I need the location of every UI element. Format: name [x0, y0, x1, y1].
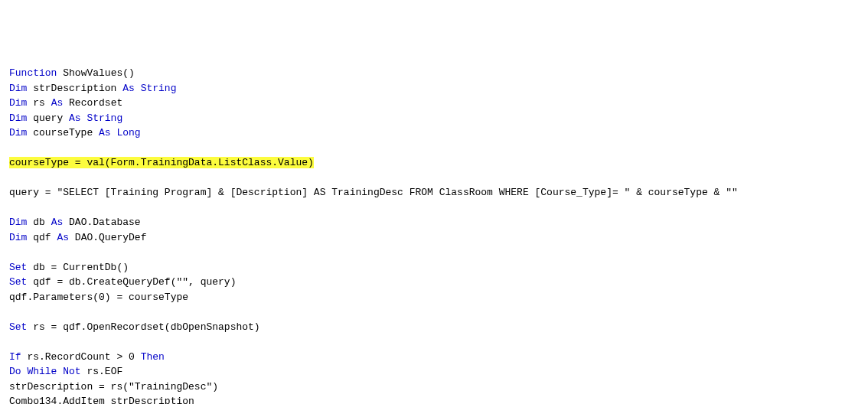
- keyword: As: [51, 97, 64, 109]
- keyword: As: [51, 217, 64, 228]
- code-text: Combo134.AddItem strDescription: [9, 396, 194, 404]
- blank-line: [9, 200, 859, 216]
- keyword: Dim: [9, 112, 27, 124]
- keyword: Dim: [9, 97, 27, 109]
- blank-line: [9, 171, 859, 186]
- code-line: Dim rs As Recordset: [9, 96, 859, 111]
- code-text: rs.RecordCount > 0: [21, 351, 141, 363]
- code-text: rs.EOF: [81, 366, 123, 377]
- code-text: db = CurrentDb(): [27, 262, 129, 273]
- code-line: Combo134.AddItem strDescription: [9, 394, 859, 404]
- code-line: qdf.Parameters(0) = courseType: [9, 290, 859, 305]
- keyword: Dim: [9, 83, 27, 94]
- code-line: Set rs = qdf.OpenRecordset(dbOpenSnapsho…: [9, 320, 859, 335]
- keyword: As: [57, 232, 69, 243]
- code-text: qdf: [27, 232, 57, 243]
- code-line: Do While Not rs.EOF: [9, 364, 859, 380]
- code-text: query: [27, 112, 69, 124]
- code-text: DAO.Database: [63, 217, 140, 228]
- code-text: rs = qdf.OpenRecordset(dbOpenSnapshot): [27, 321, 259, 333]
- keyword: If: [9, 351, 21, 363]
- code-line: strDescription = rs("TrainingDesc"): [9, 380, 859, 395]
- blank-line: [9, 245, 859, 260]
- keyword: Dim: [9, 217, 27, 228]
- keyword: Do While Not: [9, 366, 81, 377]
- code-text: db: [27, 217, 51, 228]
- keyword: Set: [9, 321, 27, 333]
- code-text: qdf.Parameters(0) = courseType: [9, 292, 188, 303]
- code-line: If rs.RecordCount > 0 Then: [9, 350, 859, 365]
- code-line: Dim qdf As DAO.QueryDef: [9, 230, 859, 246]
- code-line-highlighted: courseType = val(Form.TrainingData.ListC…: [9, 155, 859, 171]
- blank-line: [9, 305, 859, 320]
- keyword: Set: [9, 262, 27, 273]
- code-line: Dim strDescription As String: [9, 81, 859, 96]
- code-text: strDescription = rs("TrainingDesc"): [9, 381, 218, 393]
- keyword: Set: [9, 276, 27, 288]
- keyword: Dim: [9, 127, 27, 138]
- keyword: As String: [69, 112, 122, 124]
- code-text: ShowValues(): [57, 67, 134, 79]
- code-text: qdf = db.CreateQueryDef("", query): [27, 276, 236, 288]
- code-line: Set db = CurrentDb(): [9, 260, 859, 275]
- code-text: Recordset: [63, 97, 122, 109]
- keyword: Function: [9, 67, 57, 79]
- code-line: Function ShowValues(): [9, 66, 859, 81]
- keyword: As Long: [99, 127, 141, 138]
- code-text: strDescription: [27, 83, 122, 94]
- highlighted-code: courseType = val(Form.TrainingData.ListC…: [9, 157, 314, 168]
- code-line: query = "SELECT [Training Program] & [De…: [9, 185, 859, 200]
- blank-line: [9, 141, 859, 156]
- code-line: Dim courseType As Long: [9, 125, 859, 141]
- keyword: Dim: [9, 232, 27, 243]
- code-text: query = "SELECT [Training Program] & [De…: [9, 187, 738, 198]
- code-text: courseType: [27, 127, 99, 138]
- blank-line: [9, 334, 859, 350]
- code-line: Dim query As String: [9, 111, 859, 126]
- code-line: Dim db As DAO.Database: [9, 215, 859, 230]
- code-line: Set qdf = db.CreateQueryDef("", query): [9, 275, 859, 290]
- keyword: As String: [122, 83, 176, 94]
- code-text: DAO.QueryDef: [69, 232, 146, 243]
- code-text: rs: [27, 97, 51, 109]
- keyword: Then: [141, 351, 165, 363]
